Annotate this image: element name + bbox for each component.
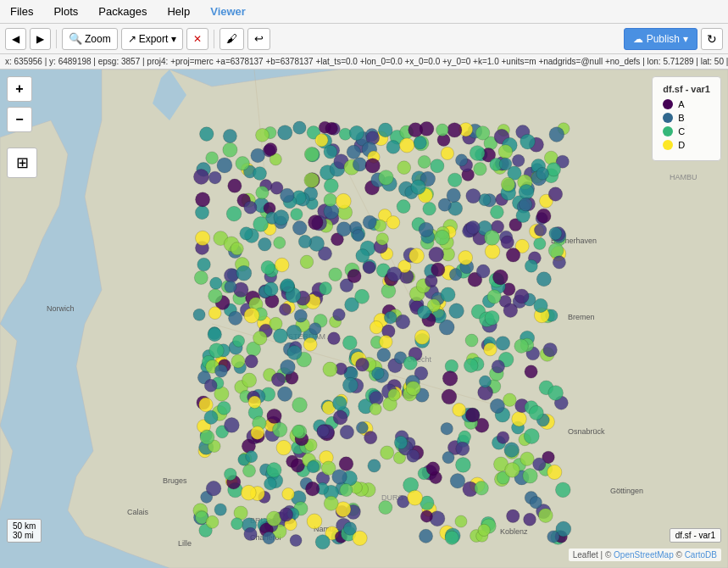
- back-icon: ◀: [12, 33, 19, 45]
- attribution-osm[interactable]: OpenStreetMap: [614, 550, 674, 560]
- publish-button[interactable]: ☁ Publish ▾: [624, 28, 697, 50]
- legend-title: df.sf - var1: [663, 84, 710, 94]
- menu-bar: Files Plots Packages Help Viewer: [0, 0, 728, 24]
- legend-dot-b: [663, 113, 673, 123]
- star-icon: ↩: [254, 32, 264, 45]
- legend-label-a: A: [678, 99, 684, 109]
- publish-dropdown-icon: ▾: [683, 33, 688, 45]
- zoom-out-button[interactable]: −: [7, 107, 32, 132]
- layers-icon: ⊞: [16, 153, 29, 172]
- scale-mi: 30 mi: [13, 531, 36, 540]
- attribution: Leaflet | © OpenStreetMap © CartoDB: [569, 549, 721, 561]
- back-button[interactable]: ◀: [5, 28, 26, 50]
- separator-1: [56, 30, 57, 48]
- scale-km: 50 km: [13, 521, 36, 531]
- publish-label: Publish: [647, 33, 680, 45]
- menu-files[interactable]: Files: [7, 3, 36, 19]
- star-button[interactable]: ↩: [247, 28, 270, 50]
- forward-button[interactable]: ▶: [30, 28, 51, 50]
- export-button[interactable]: ↗ Export ▾: [121, 28, 183, 50]
- attribution-leaflet: Leaflet: [573, 550, 598, 560]
- status-bar: x: 635956 | y: 6489198 | epsg: 3857 | pr…: [0, 54, 728, 70]
- clear-button[interactable]: ✕: [186, 28, 208, 50]
- toolbar: ◀ ▶ 🔍 Zoom ↗ Export ▾ ✕ 🖌 ↩ ☁ Publish ▾ …: [0, 24, 728, 54]
- export-label: Export ▾: [139, 33, 176, 45]
- data-dots: [0, 70, 728, 568]
- legend-dot-a: [663, 99, 673, 109]
- attribution-separator: | ©: [601, 550, 614, 560]
- legend-item-b: B: [663, 113, 710, 123]
- legend: df.sf - var1 A B C D: [652, 76, 721, 161]
- legend-dot-d: [663, 140, 673, 150]
- menu-help[interactable]: Help: [164, 3, 193, 19]
- zoom-out-icon: −: [15, 112, 23, 127]
- status-text: x: 635956 | y: 6489198 | epsg: 3857 | pr…: [5, 57, 728, 66]
- zoom-icon: 🔍: [69, 32, 82, 45]
- legend-label-d: D: [678, 140, 685, 150]
- legend-item-a: A: [663, 99, 710, 109]
- layers-button[interactable]: ⊞: [7, 148, 37, 178]
- legend-label-b: B: [678, 113, 684, 123]
- brush-button[interactable]: 🖌: [220, 28, 244, 50]
- forward-icon: ▶: [36, 33, 44, 45]
- menu-plots[interactable]: Plots: [50, 3, 81, 19]
- left-panel: + − ⊞: [7, 76, 37, 178]
- map-container[interactable]: Norwich Bremerhaven Bremen Osnabrück Göt…: [0, 70, 728, 568]
- toolbar-right: ☁ Publish ▾ ↻: [624, 28, 723, 50]
- zoom-in-button[interactable]: +: [7, 76, 32, 102]
- attribution-cartodb[interactable]: CartoDB: [685, 550, 717, 560]
- legend-item-d: D: [663, 140, 710, 150]
- refresh-button[interactable]: ↻: [701, 28, 723, 50]
- layer-label-text: df.sf - var1: [675, 531, 715, 540]
- layer-label: df.sf - var1: [670, 528, 721, 543]
- scale-bar: 50 km 30 mi: [7, 519, 42, 543]
- legend-label-c: C: [678, 126, 685, 136]
- legend-dot-c: [663, 126, 673, 136]
- refresh-icon: ↻: [707, 32, 717, 46]
- menu-viewer[interactable]: Viewer: [207, 3, 249, 19]
- zoom-in-icon: +: [15, 81, 23, 97]
- clear-icon: ✕: [193, 33, 202, 45]
- export-icon: ↗: [128, 33, 136, 45]
- menu-packages[interactable]: Packages: [95, 3, 150, 19]
- legend-item-c: C: [663, 126, 710, 136]
- publish-icon: ☁: [633, 33, 643, 45]
- zoom-label: Zoom: [85, 33, 111, 45]
- zoom-button[interactable]: 🔍 Zoom: [62, 28, 118, 50]
- brush-icon: 🖌: [226, 32, 237, 45]
- separator-2: [214, 30, 214, 48]
